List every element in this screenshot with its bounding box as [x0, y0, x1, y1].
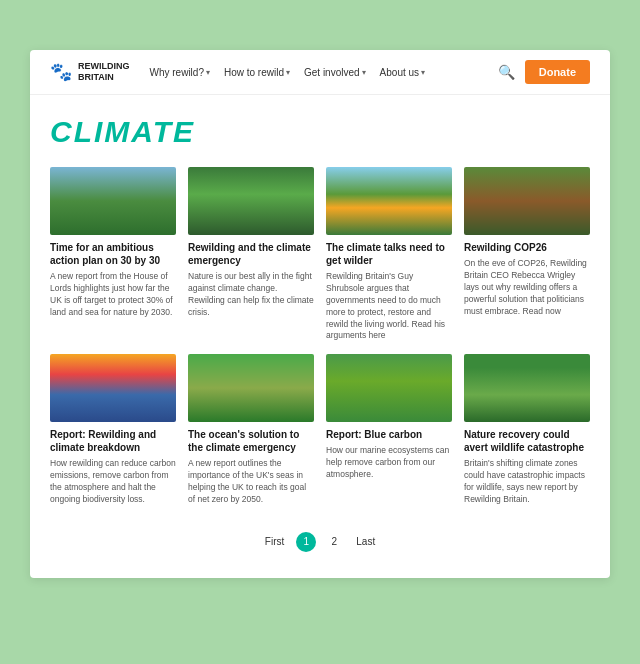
pagination-first[interactable]: First — [261, 534, 288, 549]
paw-icon: 🐾 — [50, 61, 72, 83]
article-title: Rewilding COP26 — [464, 241, 590, 254]
logo-text: REWILDING BRITAIN — [78, 61, 130, 83]
article-desc: Rewilding Britain's Guy Shrubsole argues… — [326, 271, 452, 342]
nav-actions: 🔍 Donate — [498, 60, 590, 84]
article-desc: How our marine ecosystems can help remov… — [326, 445, 452, 481]
article-card[interactable]: Nature recovery could avert wildlife cat… — [464, 354, 590, 506]
article-card[interactable]: Rewilding and the climate emergency Natu… — [188, 167, 314, 342]
search-icon[interactable]: 🔍 — [498, 64, 515, 80]
article-image — [50, 167, 176, 235]
nav-links: Why rewild? ▾ How to rewild ▾ Get involv… — [150, 67, 498, 78]
article-desc: A new report outlines the importance of … — [188, 458, 314, 506]
article-desc: A new report from the House of Lords hig… — [50, 271, 176, 319]
chevron-down-icon: ▾ — [206, 68, 210, 77]
article-card[interactable]: Report: Rewilding and climate breakdown … — [50, 354, 176, 506]
nav-how-to-rewild[interactable]: How to rewild ▾ — [224, 67, 290, 78]
article-card[interactable]: The climate talks need to get wilder Rew… — [326, 167, 452, 342]
articles-row-1: Time for an ambitious action plan on 30 … — [50, 167, 590, 342]
content-area: CLIMATE Time for an ambitious action pla… — [30, 95, 610, 578]
page-title: CLIMATE — [50, 115, 590, 149]
article-title: The ocean's solution to the climate emer… — [188, 428, 314, 454]
pagination-last[interactable]: Last — [352, 534, 379, 549]
article-title: Report: Rewilding and climate breakdown — [50, 428, 176, 454]
article-desc: How rewilding can reduce carbon emission… — [50, 458, 176, 506]
article-title: Rewilding and the climate emergency — [188, 241, 314, 267]
article-image — [50, 354, 176, 422]
article-title: Nature recovery could avert wildlife cat… — [464, 428, 590, 454]
chevron-down-icon: ▾ — [362, 68, 366, 77]
main-card: 🐾 REWILDING BRITAIN Why rewild? ▾ How to… — [30, 50, 610, 578]
chevron-down-icon: ▾ — [286, 68, 290, 77]
page-wrapper: 🐾 REWILDING BRITAIN Why rewild? ▾ How to… — [10, 20, 630, 664]
navbar: 🐾 REWILDING BRITAIN Why rewild? ▾ How to… — [30, 50, 610, 95]
article-image — [464, 167, 590, 235]
nav-why-rewild[interactable]: Why rewild? ▾ — [150, 67, 210, 78]
article-title: Report: Blue carbon — [326, 428, 452, 441]
article-card[interactable]: Rewilding COP26 On the eve of COP26, Rew… — [464, 167, 590, 342]
article-card[interactable]: Time for an ambitious action plan on 30 … — [50, 167, 176, 342]
article-desc: On the eve of COP26, Rewilding Britain C… — [464, 258, 590, 317]
articles-row-2: Report: Rewilding and climate breakdown … — [50, 354, 590, 506]
pagination-page-2[interactable]: 2 — [324, 532, 344, 552]
article-title: The climate talks need to get wilder — [326, 241, 452, 267]
article-desc: Nature is our best ally in the fight aga… — [188, 271, 314, 319]
donate-button[interactable]: Donate — [525, 60, 590, 84]
article-image — [188, 354, 314, 422]
article-card[interactable]: The ocean's solution to the climate emer… — [188, 354, 314, 506]
pagination-page-1[interactable]: 1 — [296, 532, 316, 552]
article-title: Time for an ambitious action plan on 30 … — [50, 241, 176, 267]
article-desc: Britain's shifting climate zones could h… — [464, 458, 590, 506]
nav-about-us[interactable]: About us ▾ — [380, 67, 425, 78]
article-card[interactable]: Report: Blue carbon How our marine ecosy… — [326, 354, 452, 506]
article-image — [464, 354, 590, 422]
article-image — [188, 167, 314, 235]
pagination: First 1 2 Last — [50, 518, 590, 568]
nav-logo[interactable]: 🐾 REWILDING BRITAIN — [50, 61, 130, 83]
article-image — [326, 354, 452, 422]
nav-get-involved[interactable]: Get involved ▾ — [304, 67, 366, 78]
article-image — [326, 167, 452, 235]
chevron-down-icon: ▾ — [421, 68, 425, 77]
